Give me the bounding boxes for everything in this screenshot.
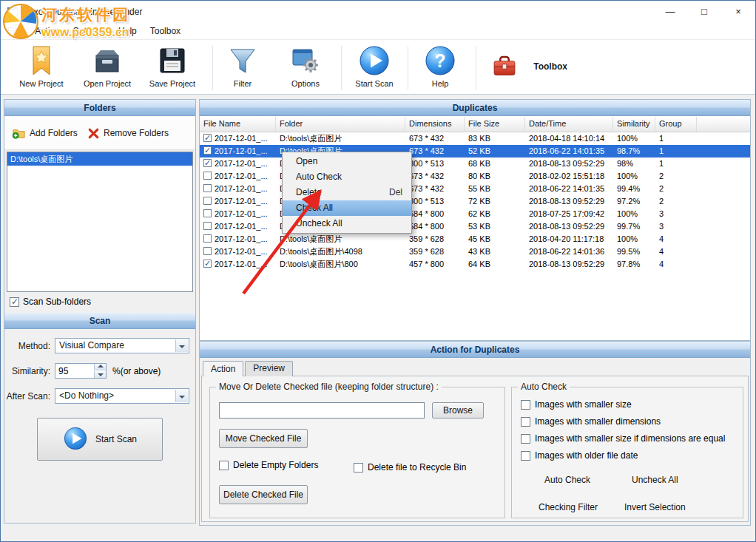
- checkbox-label: Images with smaller dimensions: [535, 416, 661, 427]
- chevron-down-icon[interactable]: [175, 390, 188, 402]
- checkbox[interactable]: [521, 417, 530, 427]
- context-menu-item-open[interactable]: Open: [283, 154, 411, 169]
- close-button[interactable]: ×: [721, 1, 755, 23]
- checkbox[interactable]: [521, 400, 530, 410]
- menu-item-action[interactable]: Action: [28, 23, 66, 39]
- delete-empty-folders-checkbox[interactable]: [219, 461, 229, 470]
- new-project-button[interactable]: New Project: [8, 44, 75, 88]
- row-checkbox[interactable]: [203, 197, 212, 205]
- spinner-up-icon[interactable]: [94, 364, 106, 370]
- similarity-input[interactable]: [55, 364, 94, 378]
- similarity-cell: 99.5%: [613, 245, 655, 258]
- help-button[interactable]: ?Help: [415, 44, 465, 88]
- autocheck-option-images-with-smaller-size[interactable]: Images with smaller size: [521, 399, 632, 410]
- dimensions-cell: 673 * 432: [405, 132, 465, 145]
- row-checkbox[interactable]: [203, 209, 212, 217]
- context-menu-item-delete[interactable]: DeleteDel: [283, 185, 411, 200]
- dimensions-cell: 673 * 432: [405, 170, 465, 183]
- toolbar-label: Filter: [218, 79, 267, 88]
- column-header-similarity[interactable]: Similarity: [613, 117, 655, 132]
- autocheck-option-images-with-smaller-size-if-dimensions-are-equal[interactable]: Images with smaller size if dimensions a…: [521, 433, 725, 444]
- row-checkbox[interactable]: [203, 146, 212, 155]
- auto-check-button[interactable]: Auto Check: [544, 475, 590, 485]
- title-bar: Boxoft Duplicate Image Finder — □ ×: [1, 1, 755, 23]
- column-header-date-time[interactable]: Date/Time: [525, 117, 613, 132]
- menu-item-settings[interactable]: Settings: [67, 23, 112, 39]
- move-checked-file-button[interactable]: Move Checked File: [219, 429, 308, 448]
- delete-empty-folders-option[interactable]: Delete Empty Folders: [219, 460, 318, 470]
- chevron-down-icon[interactable]: [175, 339, 188, 352]
- auto-check-group-legend: Auto Check: [518, 382, 570, 392]
- row-checkbox[interactable]: [203, 260, 212, 268]
- tab-action[interactable]: Action: [203, 361, 243, 376]
- checkbox[interactable]: [521, 451, 530, 461]
- after-scan-select[interactable]: <Do Nothing>: [55, 388, 189, 404]
- save-project-button[interactable]: Save Project: [140, 44, 205, 88]
- delete-to-recycle-bin-option[interactable]: Delete file to Recycle Bin: [354, 462, 466, 472]
- remove-folders-button[interactable]: Remove Folders: [87, 124, 169, 142]
- similarity-cell: 100%: [613, 208, 655, 220]
- column-header-folder[interactable]: Folder: [276, 117, 405, 132]
- file-size-cell: 83 KB: [465, 132, 525, 145]
- file-name: 2017-12-01_...: [215, 247, 268, 256]
- row-checkbox[interactable]: [203, 184, 212, 192]
- autocheck-option-images-with-smaller-dimensions[interactable]: Images with smaller dimensions: [521, 416, 661, 427]
- delete-checked-file-button[interactable]: Delete Checked File: [219, 485, 308, 504]
- context-menu-item-auto-check[interactable]: Auto Check: [283, 169, 411, 185]
- delete-to-recycle-bin-checkbox[interactable]: [354, 463, 363, 472]
- file-name-cell: 2017-12-01_...: [200, 170, 276, 183]
- minimize-button[interactable]: —: [653, 1, 687, 23]
- file-name-cell: 2017-12-01_...: [200, 233, 276, 245]
- table-row[interactable]: 2017-12-01_...D:\tools\桌面图片359 * 62845 K…: [200, 233, 750, 245]
- table-row[interactable]: 2017-12-01_...D:\tools\桌面图片\800457 * 800…: [200, 258, 750, 271]
- date-time-cell: 2018-07-25 17:09:42: [525, 208, 613, 220]
- method-select[interactable]: Visiual Compare: [55, 338, 189, 353]
- date-time-cell: 2018-06-22 14:01:35: [525, 145, 613, 157]
- similarity-cell: 97.8%: [613, 258, 655, 271]
- tab-preview[interactable]: Preview: [245, 361, 293, 376]
- row-checkbox[interactable]: [203, 234, 212, 243]
- toolbox-button[interactable]: Toolbox: [482, 53, 567, 80]
- start-scan-button[interactable]: Start Scan: [347, 44, 402, 88]
- add-folders-button[interactable]: Add Folders: [12, 124, 78, 142]
- checkbox-label: Images with older file date: [535, 450, 638, 461]
- menu-item-help[interactable]: Help: [112, 23, 144, 39]
- uncheck-all-button[interactable]: Uncheck All: [632, 475, 678, 485]
- filter-button[interactable]: Filter: [218, 44, 267, 88]
- similarity-cell: 100%: [613, 170, 655, 183]
- browse-button[interactable]: Browse: [432, 402, 484, 419]
- row-checkbox[interactable]: [203, 247, 212, 255]
- spinner-down-icon[interactable]: [94, 371, 106, 378]
- column-header-dimensions[interactable]: Dimensions: [405, 117, 465, 132]
- open-project-button[interactable]: Open Project: [75, 44, 140, 88]
- row-checkbox[interactable]: [203, 159, 212, 167]
- menu-item-file[interactable]: File: [1, 23, 28, 39]
- scan-subfolders-option[interactable]: Scan Sub-folders: [10, 297, 91, 307]
- column-header-group[interactable]: Group: [655, 117, 697, 132]
- folder-cell: D:\tools\桌面图片: [276, 233, 405, 245]
- row-checkbox[interactable]: [203, 222, 212, 230]
- folder-list[interactable]: D:\tools\桌面图片: [7, 152, 193, 292]
- checkbox[interactable]: [521, 434, 530, 444]
- options-button[interactable]: Options: [276, 44, 335, 88]
- table-row[interactable]: 2017-12-01_...D:\tools\桌面图片673 * 43283 K…: [200, 132, 750, 145]
- file-name-cell: 2017-12-01_...: [200, 157, 276, 170]
- scan-subfolders-checkbox[interactable]: [10, 297, 19, 307]
- start-scan-button[interactable]: Start Scan: [37, 418, 163, 461]
- menu-item-toolbox[interactable]: Toolbox: [144, 23, 187, 39]
- checking-filter-button[interactable]: Checking Filter: [539, 502, 598, 512]
- file-name-cell: 2017-12-01_...: [200, 145, 276, 157]
- context-menu-item-check-all[interactable]: Check All: [283, 200, 411, 216]
- context-menu-item-uncheck-all[interactable]: Uncheck All: [283, 216, 411, 231]
- column-header-file-name[interactable]: File Name: [200, 117, 276, 132]
- table-row[interactable]: 2017-12-01_...D:\tools\桌面图片\4098359 * 62…: [200, 245, 750, 258]
- invert-selection-button[interactable]: Invert Selection: [624, 502, 686, 512]
- autocheck-option-images-with-older-file-date[interactable]: Images with older file date: [521, 450, 638, 461]
- row-checkbox[interactable]: [203, 172, 212, 180]
- folder-list-item[interactable]: D:\tools\桌面图片: [7, 152, 192, 166]
- row-checkbox[interactable]: [203, 134, 212, 142]
- column-header-file-size[interactable]: File Size: [465, 117, 525, 132]
- remove-folders-label: Remove Folders: [104, 128, 169, 138]
- move-path-input[interactable]: [219, 402, 425, 419]
- maximize-button[interactable]: □: [687, 1, 721, 23]
